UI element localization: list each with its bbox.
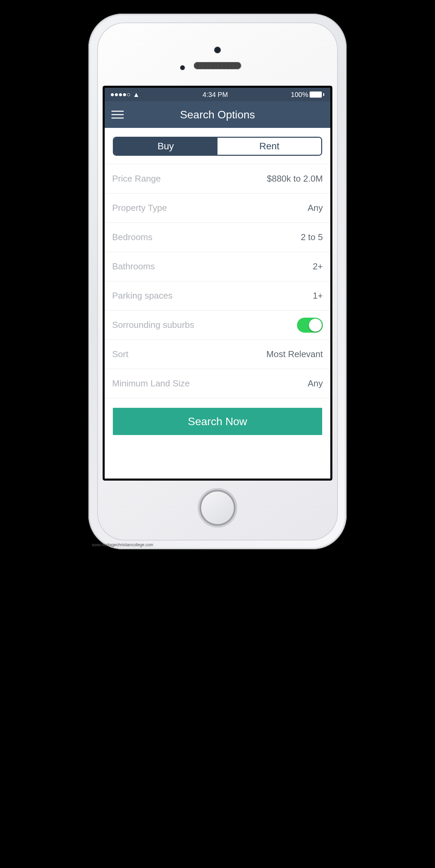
battery-icon <box>310 91 322 98</box>
segment-wrap: Buy Rent <box>105 128 330 164</box>
row-label: Minimum Land Size <box>112 378 190 389</box>
battery-percent: 100% <box>291 91 308 99</box>
row-value: Any <box>308 378 323 389</box>
row-value: $880k to 2.0M <box>267 173 323 184</box>
row-label: Parking spaces <box>112 290 173 301</box>
row-bathrooms[interactable]: Bathrooms 2+ <box>105 252 330 281</box>
row-surrounding-suburbs[interactable]: Sorrounding suburbs <box>105 311 330 340</box>
row-value: Most Relevant <box>266 349 323 360</box>
watermark: www.heritagechristiancollege.com <box>92 542 153 547</box>
row-value: 2 to 5 <box>301 232 323 243</box>
speaker-icon <box>194 62 241 69</box>
camera-icon <box>214 47 221 53</box>
suburbs-toggle[interactable] <box>297 318 323 333</box>
signal-icon <box>111 93 130 96</box>
row-label: Sort <box>112 349 128 360</box>
row-label: Bathrooms <box>112 261 155 272</box>
phone-inner-frame: ▲ 4:34 PM 100% Search Options Buy <box>97 22 338 540</box>
row-label: Price Range <box>112 173 161 184</box>
page-title: Search Options <box>180 108 255 121</box>
search-button[interactable]: Search Now <box>113 408 322 435</box>
mode-segment: Buy Rent <box>113 137 322 156</box>
wifi-icon: ▲ <box>133 91 140 98</box>
home-button-icon[interactable] <box>198 488 237 528</box>
row-parking[interactable]: Parking spaces 1+ <box>105 281 330 311</box>
nav-bar: Search Options <box>105 101 330 128</box>
menu-icon[interactable] <box>111 108 124 121</box>
row-min-land-size[interactable]: Minimum Land Size Any <box>105 369 330 398</box>
row-value: Any <box>308 203 323 213</box>
segment-buy[interactable]: Buy <box>114 138 218 155</box>
battery-indicator: 100% <box>291 91 324 99</box>
phone-top-hardware <box>103 28 332 86</box>
row-value: 1+ <box>313 290 323 301</box>
row-value: 2+ <box>313 261 323 272</box>
content: Buy Rent Price Range $880k to 2.0M Prope… <box>105 128 330 479</box>
row-label: Sorrounding suburbs <box>112 320 194 330</box>
row-price-range[interactable]: Price Range $880k to 2.0M <box>105 164 330 194</box>
sensor-icon <box>180 65 185 70</box>
segment-rent[interactable]: Rent <box>218 138 321 155</box>
row-bedrooms[interactable]: Bedrooms 2 to 5 <box>105 223 330 252</box>
phone-frame: ▲ 4:34 PM 100% Search Options Buy <box>88 14 347 549</box>
phone-bottom-hardware <box>103 481 332 535</box>
row-label: Bedrooms <box>112 232 153 243</box>
toggle-knob <box>309 319 322 332</box>
screen: ▲ 4:34 PM 100% Search Options Buy <box>103 86 332 481</box>
row-sort[interactable]: Sort Most Relevant <box>105 340 330 369</box>
status-bar: ▲ 4:34 PM 100% <box>105 88 330 101</box>
row-property-type[interactable]: Property Type Any <box>105 194 330 223</box>
status-time: 4:34 PM <box>203 91 228 99</box>
row-label: Property Type <box>112 203 167 213</box>
cta-wrap: Search Now <box>105 398 330 445</box>
